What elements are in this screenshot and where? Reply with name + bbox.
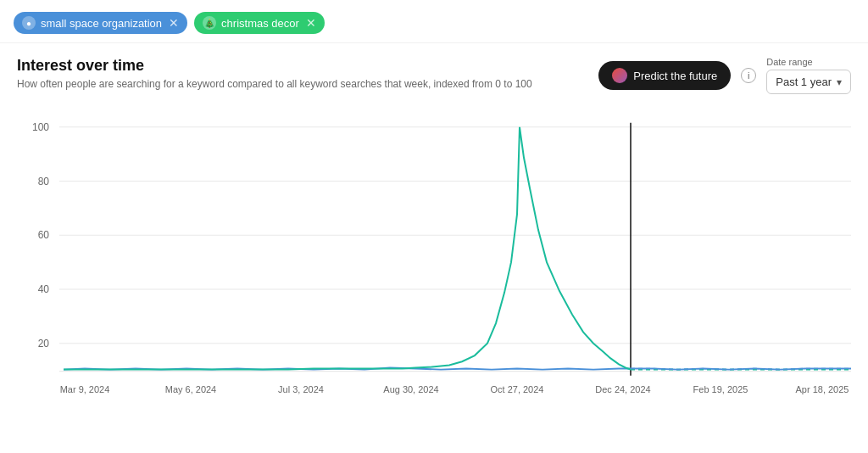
line-christmas-solid [64, 127, 631, 370]
y-label-20: 20 [38, 338, 50, 350]
main-content: Interest over time How often people are … [0, 43, 868, 415]
controls: Predict the future i Date range Past 1 y… [598, 57, 851, 94]
title-block: Interest over time How often people are … [17, 57, 532, 90]
x-label-mar2024: Mar 9, 2024 [60, 384, 110, 394]
top-bar: ● small space organization ✕ 🎄 christmas… [0, 0, 868, 43]
x-label-feb2025: Feb 19, 2025 [693, 384, 748, 394]
x-label-dec2024: Dec 24, 2024 [595, 384, 650, 394]
date-range-select[interactable]: Past 1 year ▾ [766, 70, 851, 94]
tag-icon-christmas: 🎄 [203, 16, 216, 30]
predict-future-button[interactable]: Predict the future [598, 61, 731, 90]
x-label-may2024: May 6, 2024 [165, 384, 216, 394]
tag-close-christmas[interactable]: ✕ [306, 16, 316, 30]
x-label-apr2025: Apr 18, 2025 [796, 384, 849, 394]
tag-icon-small-space: ● [22, 16, 36, 30]
chevron-down-icon: ▾ [837, 76, 842, 88]
y-label-60: 60 [38, 229, 50, 241]
section-subtitle: How often people are searching for a key… [17, 78, 532, 90]
chart-area: 100 80 60 40 20 Mar 9, 2024 May 6, 2024 … [17, 101, 851, 415]
x-label-aug2024: Aug 30, 2024 [383, 384, 438, 394]
header-row: Interest over time How often people are … [17, 57, 851, 94]
y-label-100: 100 [32, 121, 49, 133]
tag-close-small-space[interactable]: ✕ [169, 16, 179, 30]
tag-small-space-organization[interactable]: ● small space organization ✕ [14, 12, 187, 34]
tag-christmas-decor[interactable]: 🎄 christmas decor ✕ [194, 12, 325, 34]
date-range-value: Past 1 year [776, 76, 832, 88]
predict-icon [612, 68, 627, 83]
predict-button-label: Predict the future [633, 70, 717, 82]
date-range-label: Date range [766, 57, 812, 67]
info-icon[interactable]: i [741, 68, 756, 83]
section-title: Interest over time [17, 57, 532, 75]
x-label-oct2024: Oct 27, 2024 [491, 384, 544, 394]
date-range-block: Date range Past 1 year ▾ [766, 57, 851, 94]
y-label-40: 40 [38, 283, 50, 295]
tag-label-small-space: small space organization [41, 17, 162, 30]
tag-label-christmas: christmas decor [221, 17, 299, 30]
interest-over-time-chart: 100 80 60 40 20 Mar 9, 2024 May 6, 2024 … [17, 101, 851, 415]
x-label-jul2024: Jul 3, 2024 [278, 384, 324, 394]
y-label-80: 80 [38, 176, 50, 187]
